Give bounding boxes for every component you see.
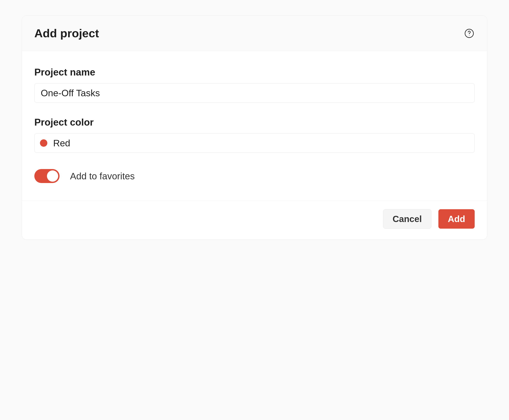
favorites-row: Add to favorites xyxy=(34,169,475,183)
project-color-label: Project color xyxy=(34,117,475,128)
dialog-title: Add project xyxy=(34,27,99,40)
dialog-header: Add project xyxy=(22,16,487,51)
toggle-knob-icon xyxy=(47,170,58,182)
help-icon[interactable] xyxy=(464,28,475,39)
add-project-dialog: Add project Project name Project color R… xyxy=(22,15,487,240)
project-name-group: Project name xyxy=(34,67,475,103)
project-color-select[interactable]: Red xyxy=(34,133,475,153)
project-color-group: Project color Red xyxy=(34,117,475,153)
favorites-toggle[interactable] xyxy=(34,169,59,183)
dialog-footer: Cancel Add xyxy=(22,201,487,240)
svg-point-1 xyxy=(469,35,470,36)
project-color-selected-name: Red xyxy=(53,138,70,149)
color-swatch-icon xyxy=(40,139,47,147)
dialog-body: Project name Project color Red Add to fa… xyxy=(22,51,487,201)
favorites-toggle-label: Add to favorites xyxy=(70,171,135,181)
add-button[interactable]: Add xyxy=(438,209,475,229)
project-name-label: Project name xyxy=(34,67,475,78)
cancel-button[interactable]: Cancel xyxy=(383,209,431,229)
project-name-input[interactable] xyxy=(34,83,475,103)
